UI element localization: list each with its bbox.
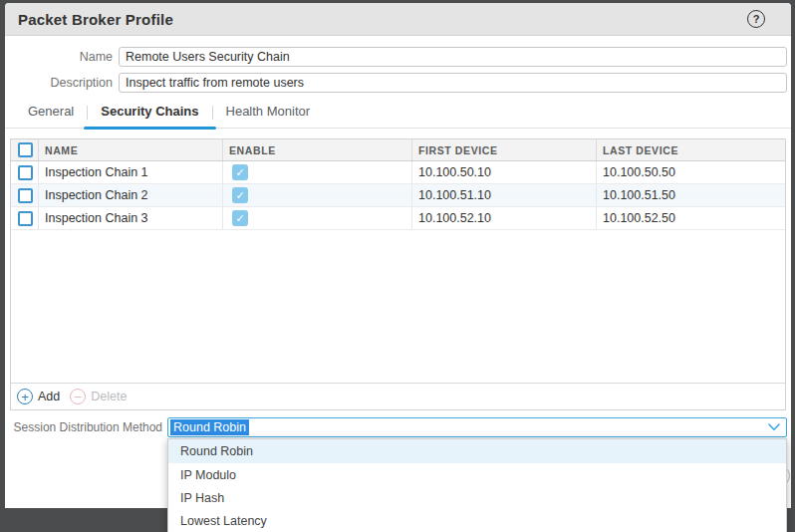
packet-broker-profile-dialog: Packet Broker Profile ? Name Description…: [5, 3, 791, 508]
check-icon: ✓: [235, 167, 244, 178]
enable-checkbox[interactable]: ✓: [232, 210, 248, 226]
plus-circle-icon: +: [17, 389, 33, 404]
table-row[interactable]: Inspection Chain 2 ✓ 10.100.51.10 10.100…: [11, 184, 785, 207]
first-device-cell: 10.100.50.10: [412, 161, 597, 183]
enable-cell: ✓: [223, 161, 412, 183]
enable-cell: ✓: [223, 184, 412, 206]
dropdown-option[interactable]: Round Robin: [168, 439, 786, 463]
help-icon[interactable]: ?: [747, 10, 765, 28]
tab-health-monitor[interactable]: Health Monitor: [213, 104, 324, 128]
table-row[interactable]: Inspection Chain 1 ✓ 10.100.50.10 10.100…: [11, 161, 785, 184]
first-device-cell: 10.100.51.10: [412, 184, 597, 206]
session-distribution-combobox[interactable]: Round Robin: [167, 417, 787, 437]
table-footer: + Add − Delete: [11, 383, 785, 409]
description-input[interactable]: [119, 73, 787, 93]
name-label: Name: [5, 50, 113, 64]
table-row[interactable]: Inspection Chain 3 ✓ 10.100.52.10 10.100…: [11, 207, 785, 230]
add-button-label: Add: [38, 390, 60, 403]
screen-backdrop: Packet Broker Profile ? Name Description…: [0, 0, 795, 532]
check-icon: ✓: [235, 190, 244, 201]
security-chains-table: NAME ENABLE FIRST DEVICE LAST DEVICE Ins…: [10, 138, 786, 410]
delete-button-disabled[interactable]: − Delete: [70, 389, 127, 404]
row-select-cell: [11, 184, 39, 206]
dropdown-option[interactable]: IP Hash: [168, 486, 786, 509]
enable-cell: ✓: [223, 207, 412, 229]
last-device-cell: 10.100.50.50: [597, 161, 785, 183]
row-select-checkbox[interactable]: [18, 211, 33, 226]
dropdown-option[interactable]: IP Modulo: [168, 463, 786, 486]
session-distribution-row: Session Distribution Method Round Robin: [5, 417, 791, 437]
profile-form: Name Description: [5, 47, 791, 93]
name-field-row: Name: [5, 47, 791, 67]
tab-general[interactable]: General: [15, 104, 87, 128]
column-header-first-device: FIRST DEVICE: [412, 139, 597, 160]
column-header-last-device: LAST DEVICE: [597, 139, 785, 160]
table-header: NAME ENABLE FIRST DEVICE LAST DEVICE: [11, 139, 785, 161]
delete-button-label: Delete: [91, 390, 127, 403]
row-select-cell: [11, 207, 39, 229]
column-header-name: NAME: [39, 139, 223, 160]
add-button[interactable]: + Add: [17, 389, 60, 404]
chain-name-cell: Inspection Chain 2: [39, 184, 223, 206]
tab-security-chains[interactable]: Security Chains: [88, 104, 211, 128]
column-header-enable: ENABLE: [223, 139, 412, 160]
row-select-checkbox[interactable]: [18, 188, 33, 203]
session-distribution-label: Session Distribution Method: [14, 420, 162, 434]
dialog-title: Packet Broker Profile: [18, 11, 173, 28]
check-icon: ✓: [235, 213, 244, 224]
dialog-titlebar: Packet Broker Profile ?: [5, 3, 791, 36]
description-field-row: Description: [5, 73, 791, 93]
chevron-down-icon: [768, 423, 780, 431]
row-select-cell: [11, 161, 39, 183]
session-distribution-dropdown: Round Robin IP Modulo IP Hash Lowest Lat…: [167, 438, 787, 532]
enable-checkbox[interactable]: ✓: [232, 164, 248, 180]
last-device-cell: 10.100.52.50: [597, 207, 785, 229]
minus-circle-icon: −: [70, 389, 86, 404]
header-select-cell: [11, 139, 39, 160]
chain-name-cell: Inspection Chain 1: [39, 161, 223, 183]
last-device-cell: 10.100.51.50: [597, 184, 785, 206]
description-label: Description: [5, 76, 113, 90]
combobox-selected-value: Round Robin: [170, 419, 249, 435]
table-empty-area: [11, 230, 785, 383]
chain-name-cell: Inspection Chain 3: [39, 207, 223, 229]
select-all-checkbox[interactable]: [18, 142, 33, 157]
dropdown-option[interactable]: Lowest Latency: [168, 509, 786, 532]
enable-checkbox[interactable]: ✓: [232, 187, 248, 203]
name-input[interactable]: [119, 47, 787, 67]
row-select-checkbox[interactable]: [18, 165, 33, 180]
first-device-cell: 10.100.52.10: [412, 207, 597, 229]
tab-bar: General Security Chains Health Monitor: [5, 102, 791, 129]
